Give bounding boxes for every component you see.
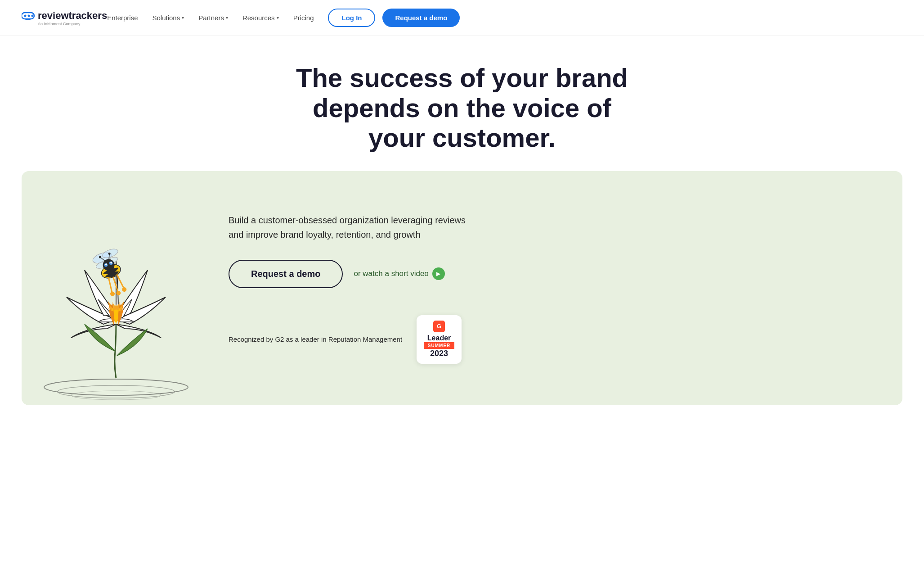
hero-card: Build a customer-obsessed organization l… [22, 171, 902, 405]
nav-item-resources[interactable]: Resources ▾ [242, 14, 279, 22]
nav-item-pricing[interactable]: Pricing [293, 14, 314, 22]
svg-point-4 [44, 379, 188, 395]
navigation: reviewtrackers An InMoment Company Enter… [0, 0, 924, 36]
g2-logo-mark: G [433, 321, 445, 332]
hero-section: The success of your brand depends on the… [0, 36, 924, 405]
login-button[interactable]: Log In [328, 9, 375, 27]
hero-subtext: Build a customer-obsessed organization l… [229, 213, 471, 242]
svg-point-2 [28, 14, 30, 17]
hero-cta-row: Request a demo or watch a short video ▶ [229, 260, 866, 288]
g2-recognition: Recognized by G2 as a leader in Reputati… [229, 315, 866, 364]
bee-flower-svg [31, 189, 202, 405]
g2-badge: G Leader SUMMER 2023 [417, 315, 462, 364]
svg-point-5 [58, 385, 175, 398]
watch-video-link[interactable]: or watch a short video ▶ [354, 267, 444, 280]
g2-season: SUMMER [424, 342, 454, 349]
nav-item-partners[interactable]: Partners ▾ [198, 14, 228, 22]
request-demo-nav-button[interactable]: Request a demo [382, 9, 460, 27]
svg-point-21 [110, 291, 116, 297]
hero-content: Build a customer-obsessed organization l… [211, 171, 902, 405]
g2-text: Recognized by G2 as a leader in Reputati… [229, 335, 402, 343]
hero-headline: The success of your brand depends on the… [282, 63, 642, 153]
watch-video-text: or watch a short video [354, 269, 428, 278]
hero-illustration [22, 171, 211, 405]
g2-leader-label: Leader [427, 334, 451, 342]
svg-point-3 [31, 14, 34, 17]
nav-item-solutions[interactable]: Solutions ▾ [153, 14, 184, 22]
nav-item-enterprise[interactable]: Enterprise [107, 14, 138, 22]
play-icon: ▶ [432, 267, 445, 280]
logo-sub: An InMoment Company [38, 22, 81, 26]
logo[interactable]: reviewtrackers An InMoment Company [22, 10, 107, 26]
logo-icon [22, 11, 36, 21]
request-demo-hero-button[interactable]: Request a demo [229, 260, 343, 288]
svg-point-23 [121, 287, 127, 293]
logo-brand: reviewtrackers [38, 10, 107, 22]
g2-year: 2023 [430, 349, 448, 358]
svg-point-1 [24, 14, 27, 17]
